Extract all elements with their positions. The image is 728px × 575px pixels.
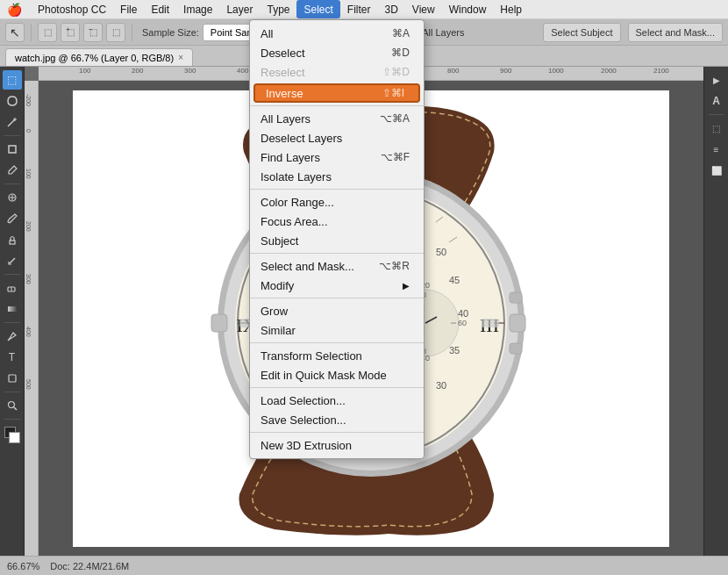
right-panel: ▶ A ⬚ ≡ ⬜ — [703, 67, 728, 556]
tool-heal[interactable] — [3, 188, 22, 207]
svg-rect-20 — [510, 292, 522, 303]
select-subject-button[interactable]: Select Subject — [543, 23, 620, 42]
menu-item-all-layers-label: All Layers — [261, 112, 310, 126]
menu-item-reselect[interactable]: Reselect ⇧⌘D — [250, 62, 424, 82]
menu-item-similar-label: Similar — [261, 324, 296, 337]
menu-item-deselect[interactable]: Deselect ⌘D — [250, 43, 424, 62]
tool-separator-6 — [4, 419, 20, 420]
menu-item-inverse[interactable]: Inverse ⇧⌘I — [253, 83, 420, 103]
svg-rect-18 — [211, 314, 227, 332]
menu-item-isolate-layers[interactable]: Isolate Layers — [250, 167, 424, 186]
menu-item-load-selection[interactable]: Load Selection... — [250, 391, 424, 410]
tab-label: watch.jpg @ 66.7% (Layer 0, RGB/8) — [15, 53, 174, 63]
svg-rect-19 — [510, 314, 525, 332]
tool-brush[interactable] — [3, 209, 22, 228]
menu-item-edit-quick-mask[interactable]: Edit in Quick Mask Mode — [250, 365, 424, 385]
tool-magic-wand[interactable] — [3, 112, 22, 132]
svg-text:50: 50 — [436, 247, 446, 257]
tool-separator-3 — [4, 274, 20, 275]
menu-separator-5 — [250, 342, 424, 343]
svg-line-0 — [8, 119, 15, 126]
tool-pen[interactable] — [3, 327, 22, 346]
menu-item-color-range[interactable]: Color Range... — [250, 192, 424, 212]
menu-item-inverse-label: Inverse — [266, 87, 303, 100]
color-swatches[interactable] — [3, 427, 22, 446]
menu-item-new-3d-extrusion-label: New 3D Extrusion — [261, 439, 352, 452]
menu-photoshop[interactable]: Photoshop CC — [31, 0, 113, 18]
menu-item-transform-selection[interactable]: Transform Selection — [250, 346, 424, 365]
tool-eraser[interactable] — [3, 278, 22, 298]
menu-item-subject-label: Subject — [261, 234, 298, 248]
tool-stamp[interactable] — [3, 230, 22, 249]
menu-item-grow[interactable]: Grow — [250, 301, 424, 320]
tool-crop[interactable] — [3, 140, 22, 159]
subtract-selection-btn[interactable]: −⬚ — [83, 23, 103, 42]
select-and-mask-button[interactable]: Select and Mask... — [628, 23, 724, 42]
menu-layer[interactable]: Layer — [219, 0, 260, 18]
panel-toggle-btn[interactable]: ▶ — [707, 70, 726, 90]
document-tab[interactable]: watch.jpg @ 66.7% (Layer 0, RGB/8) × — [5, 48, 193, 66]
menu-filter[interactable]: Filter — [340, 0, 378, 18]
tool-shape[interactable] — [3, 369, 22, 388]
menu-separator-7 — [250, 432, 424, 433]
menu-item-all-layers[interactable]: All Layers ⌥⌘A — [250, 109, 424, 128]
menu-item-transform-selection-label: Transform Selection — [261, 349, 362, 363]
tool-lasso[interactable] — [3, 91, 22, 111]
menu-help[interactable]: Help — [493, 0, 529, 18]
menu-item-find-layers[interactable]: Find Layers ⌥⌘F — [250, 147, 424, 167]
apple-menu[interactable]: 🍎 — [7, 3, 22, 17]
tool-zoom[interactable] — [3, 396, 22, 415]
svg-rect-12 — [9, 375, 16, 382]
svg-point-13 — [8, 402, 14, 408]
menu-file[interactable]: File — [113, 0, 144, 18]
menu-item-subject[interactable]: Subject — [250, 231, 424, 250]
svg-rect-73 — [482, 319, 499, 327]
menu-item-select-and-mask[interactable]: Select and Mask... ⌥⌘R — [250, 256, 424, 276]
menu-edit[interactable]: Edit — [144, 0, 176, 18]
menu-view[interactable]: View — [405, 0, 442, 18]
menu-window[interactable]: Window — [442, 0, 494, 18]
new-selection-btn[interactable]: ⬚ — [38, 23, 57, 42]
menu-item-save-selection-label: Save Selection... — [261, 413, 346, 427]
panel-properties-btn[interactable]: ⬜ — [707, 161, 726, 180]
tool-history-brush[interactable] — [3, 251, 22, 270]
add-selection-btn[interactable]: +⬚ — [61, 23, 80, 42]
panel-adjustments-btn[interactable]: ⬚ — [707, 119, 726, 138]
zoom-level: 66.67% — [7, 561, 39, 571]
menu-select[interactable]: Select — [296, 0, 339, 18]
tool-text[interactable]: T — [3, 348, 22, 367]
menu-item-all[interactable]: All ⌘A — [250, 24, 424, 43]
menu-item-deselect-layers-label: Deselect Layers — [261, 132, 342, 145]
menu-item-all-label: All — [261, 27, 273, 40]
toolbar-separator-2 — [132, 24, 132, 41]
tool-eyedropper[interactable] — [3, 161, 22, 180]
menu-item-deselect-layers[interactable]: Deselect Layers — [250, 128, 424, 147]
menu-item-reselect-shortcut: ⇧⌘D — [382, 66, 410, 78]
tab-close-button[interactable]: × — [178, 53, 183, 62]
menu-image[interactable]: Image — [176, 0, 219, 18]
menu-item-new-3d-extrusion[interactable]: New 3D Extrusion — [250, 435, 424, 455]
menu-item-modify[interactable]: Modify ▶ — [250, 276, 424, 295]
panel-text-btn[interactable]: A — [707, 91, 726, 111]
menu-item-select-and-mask-shortcut: ⌥⌘R — [379, 260, 410, 272]
menu-separator-4 — [250, 298, 424, 298]
sample-size-label: Sample Size: — [142, 27, 199, 38]
right-panel-sep — [709, 114, 724, 115]
svg-text:35: 35 — [449, 345, 460, 356]
menu-3d[interactable]: 3D — [378, 0, 405, 18]
menu-separator-2 — [250, 189, 424, 190]
menu-item-save-selection[interactable]: Save Selection... — [250, 410, 424, 429]
svg-line-14 — [14, 407, 17, 410]
tool-gradient[interactable] — [3, 299, 22, 319]
move-tool-btn[interactable]: ↖ — [5, 23, 25, 42]
menu-item-load-selection-label: Load Selection... — [261, 394, 346, 407]
menu-item-focus-area[interactable]: Focus Area... — [250, 212, 424, 231]
panel-layers-btn[interactable]: ≡ — [707, 140, 726, 159]
menu-type[interactable]: Type — [260, 0, 296, 18]
intersect-selection-btn[interactable]: ⬚ — [106, 23, 125, 42]
menu-item-all-shortcut: ⌘A — [392, 27, 410, 40]
menu-item-similar[interactable]: Similar — [250, 320, 424, 340]
menu-item-reselect-label: Reselect — [261, 66, 305, 79]
menu-item-color-range-label: Color Range... — [261, 196, 334, 209]
tool-marquee[interactable]: ⬚ — [3, 70, 22, 90]
